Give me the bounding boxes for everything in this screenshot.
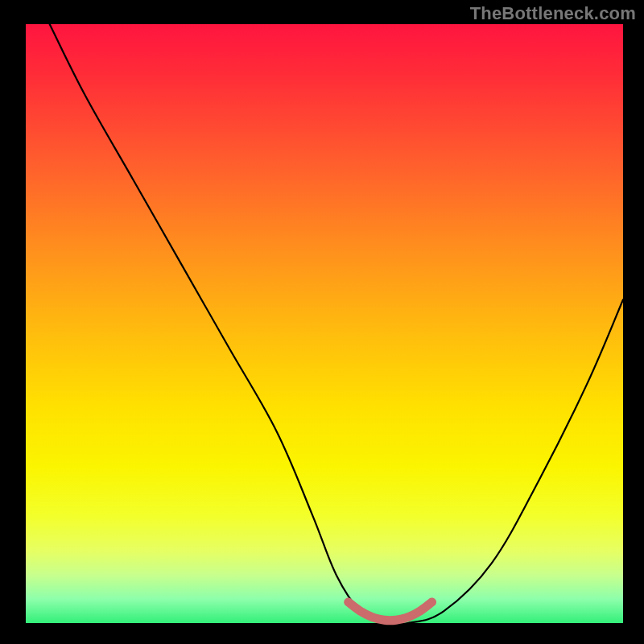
chart-frame: TheBottleneck.com	[0, 0, 644, 644]
plot-area	[26, 24, 623, 623]
series-optimal-range-marker	[349, 602, 432, 621]
series-bottleneck-curve	[50, 24, 623, 625]
watermark-label: TheBottleneck.com	[470, 3, 636, 24]
curve-svg	[26, 24, 623, 623]
